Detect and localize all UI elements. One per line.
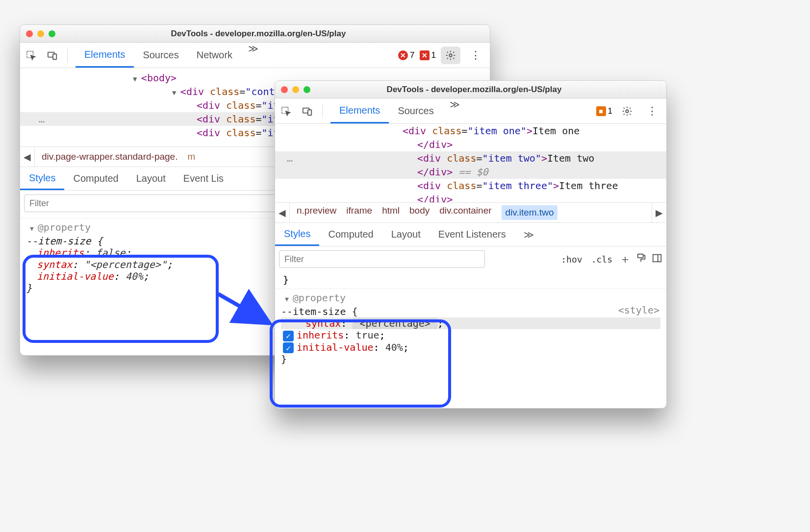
breadcrumb-item-selected[interactable]: div.item.two — [502, 205, 558, 220]
rule-selector: --item-size { — [281, 306, 660, 317]
tab-elements[interactable]: Elements — [330, 98, 389, 123]
dom-tree[interactable]: <div class="item one">Item one </div> …<… — [275, 124, 666, 202]
breadcrumb-item[interactable]: iframe — [346, 205, 372, 220]
svg-rect-6 — [308, 110, 311, 115]
breadcrumb-item[interactable]: body — [409, 205, 430, 220]
new-style-rule-icon[interactable]: ＋ — [619, 251, 631, 267]
close-window-icon[interactable] — [281, 86, 288, 93]
breadcrumb-item[interactable]: div.page-wrapper.standard-page. — [42, 151, 177, 162]
minimize-window-icon[interactable] — [37, 30, 44, 37]
subtab-event-listeners[interactable]: Event Lis — [175, 167, 232, 190]
svg-line-11 — [218, 294, 270, 323]
warnings-count: 1 — [431, 50, 436, 60]
style-source-link[interactable]: <style> — [618, 304, 659, 316]
subtab-layout[interactable]: Layout — [382, 223, 430, 246]
hov-toggle[interactable]: :hov — [559, 254, 584, 265]
ellipsis-icon[interactable]: … — [278, 152, 294, 164]
tab-network[interactable]: Network — [188, 43, 241, 68]
subtab-computed[interactable]: Computed — [319, 223, 382, 246]
property-enabled-checkbox[interactable]: ✓ — [283, 342, 294, 353]
tabs-overflow-icon[interactable]: ≫ — [443, 98, 467, 123]
tab-sources[interactable]: Sources — [134, 43, 187, 68]
breadcrumb-left-icon[interactable]: ◀ — [275, 203, 290, 222]
tab-elements[interactable]: Elements — [76, 43, 134, 68]
styles-pane[interactable]: } @property <style> --item-size { syntax… — [275, 272, 666, 373]
issues-badge[interactable]: ■ 1 — [596, 106, 612, 116]
tab-sources[interactable]: Sources — [389, 98, 442, 123]
device-toolbar-icon[interactable] — [297, 106, 318, 117]
issues-count: 1 — [608, 106, 612, 116]
breadcrumb-left-icon[interactable]: ◀ — [20, 147, 35, 167]
main-toolbar: Elements Sources Network ≫ ✕ 7 ✕ 1 ⋮ — [20, 43, 490, 68]
breadcrumb-item[interactable]: m — [187, 151, 195, 162]
kebab-menu-icon[interactable]: ⋮ — [642, 105, 662, 118]
breadcrumb-right-icon[interactable]: ▶ — [652, 203, 666, 222]
ellipsis-icon[interactable]: … — [30, 113, 46, 125]
subtab-styles[interactable]: Styles — [20, 167, 64, 190]
svg-rect-2 — [53, 54, 56, 59]
svg-rect-8 — [638, 254, 643, 257]
tabs-overflow-icon[interactable]: ≫ — [241, 43, 265, 68]
errors-badge[interactable]: ✕ 7 — [398, 50, 414, 60]
styles-subtabs: Styles Computed Layout Event Listeners ≫ — [275, 223, 666, 246]
errors-count: 7 — [410, 50, 414, 60]
property-enabled-checkbox[interactable]: ✓ — [283, 331, 294, 341]
paint-icon[interactable] — [636, 253, 647, 266]
filter-input[interactable] — [279, 250, 485, 268]
panel-layout-icon[interactable] — [652, 253, 662, 266]
styles-filter-bar: :hov .cls ＋ — [275, 246, 666, 272]
devtools-window-2: DevTools - developer.mozilla.org/en-US/p… — [275, 80, 667, 409]
window-title: DevTools - developer.mozilla.org/en-US/p… — [317, 85, 660, 95]
subtabs-overflow-icon[interactable]: ≫ — [515, 223, 543, 246]
at-property-header[interactable]: @property — [281, 289, 660, 306]
inspect-element-icon[interactable] — [275, 106, 297, 117]
titlebar: DevTools - developer.mozilla.org/en-US/p… — [275, 81, 666, 98]
settings-icon[interactable] — [617, 102, 637, 120]
minimize-window-icon[interactable] — [292, 86, 299, 93]
subtab-layout[interactable]: Layout — [127, 167, 175, 190]
maximize-window-icon[interactable] — [304, 86, 310, 93]
svg-point-3 — [449, 54, 452, 57]
inspect-element-icon[interactable] — [20, 50, 42, 61]
close-window-icon[interactable] — [26, 30, 33, 37]
breadcrumb-item[interactable]: div.container — [439, 205, 491, 220]
breadcrumb-item[interactable]: n.preview — [297, 205, 336, 220]
subtab-styles[interactable]: Styles — [275, 223, 319, 246]
device-toolbar-icon[interactable] — [42, 50, 63, 61]
window-title: DevTools - developer.mozilla.org/en-US/p… — [62, 29, 484, 39]
settings-icon[interactable] — [441, 47, 460, 64]
subtab-computed[interactable]: Computed — [64, 167, 127, 190]
breadcrumb: ◀ n.preview iframe html body div.contain… — [275, 202, 666, 223]
titlebar: DevTools - developer.mozilla.org/en-US/p… — [20, 25, 490, 43]
main-toolbar: Elements Sources ≫ ■ 1 ⋮ — [275, 98, 666, 124]
warnings-badge[interactable]: ✕ 1 — [420, 50, 436, 60]
subtab-event-listeners[interactable]: Event Listeners — [430, 223, 515, 246]
cls-toggle[interactable]: .cls — [589, 254, 614, 265]
breadcrumb-item[interactable]: html — [382, 205, 400, 220]
kebab-menu-icon[interactable]: ⋮ — [465, 49, 486, 62]
maximize-window-icon[interactable] — [49, 30, 55, 37]
annotation-arrow-icon — [216, 289, 279, 340]
svg-point-7 — [626, 110, 629, 113]
svg-rect-9 — [653, 254, 661, 262]
